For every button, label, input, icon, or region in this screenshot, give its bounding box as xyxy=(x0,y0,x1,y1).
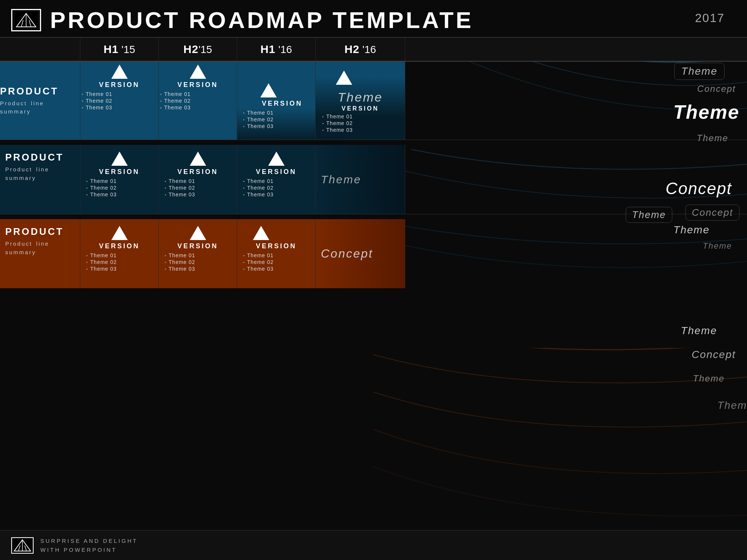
version-3-triangle xyxy=(260,83,277,97)
header-h2-15: H2'15 xyxy=(159,38,237,61)
product-1-v2: VERSION Theme 01 Theme 02 Theme 03 xyxy=(159,62,237,140)
row1-version-4-label: VERSION xyxy=(321,105,400,112)
right-theme-2: Theme xyxy=(673,224,710,236)
version-1-themes: Theme 01 Theme 02 Theme 03 xyxy=(80,91,112,111)
theme-item: Theme 01 xyxy=(243,178,274,184)
theme-item: Theme 03 xyxy=(82,105,112,111)
h1-16-bold: H1 xyxy=(260,43,275,55)
version-3-1-label: VERSION xyxy=(99,242,140,250)
right-theme-large-1: Theme xyxy=(673,101,740,123)
right-theme-3b: Theme xyxy=(693,373,725,384)
product-2-v1-cell: VERSION Theme 01 Theme 02 Theme 03 xyxy=(80,145,159,214)
theme-item: Theme 01 xyxy=(82,91,112,97)
footer-text: SURPRISE AND DELIGHT WITH POWERPOINT xyxy=(40,536,138,554)
header-empty xyxy=(0,38,80,61)
logo-box xyxy=(11,9,41,31)
version-2-label: VERSION xyxy=(177,81,218,89)
theme-item: Theme 03 xyxy=(165,266,195,272)
version-3-2-themes: Theme 01 Theme 02 Theme 03 xyxy=(163,252,195,273)
version-3-3-themes: Theme 01 Theme 02 Theme 03 xyxy=(242,252,274,273)
product-3-label-cell: PRODUCT Product line summary xyxy=(0,219,80,288)
spacer-1 xyxy=(0,140,747,145)
product-3-name: PRODUCT xyxy=(5,226,75,237)
right-theme-mid-2: Theme xyxy=(626,207,672,223)
logo-icon xyxy=(15,12,37,28)
theme-item: Theme 03 xyxy=(243,123,274,129)
right-concept-1: Concept xyxy=(697,84,736,94)
version-3-2-label: VERSION xyxy=(177,242,218,250)
footer: SURPRISE AND DELIGHT WITH POWERPOINT xyxy=(0,530,747,560)
theme-item: Theme 03 xyxy=(160,105,191,111)
main-content: H1 '15 H2'15 H1 '16 H2 '16 PRODUCT Produ… xyxy=(0,37,747,348)
product-3-v2-cell: VERSION Theme 01 Theme 02 Theme 03 xyxy=(159,219,237,288)
version-3-label: VERSION xyxy=(262,100,303,108)
product-3-summary: Product line summary xyxy=(5,240,75,256)
h2-16-triangle xyxy=(336,71,352,85)
header-h1-15: H1 '15 xyxy=(80,38,159,61)
product-2-label: PRODUCT Product line summary xyxy=(0,145,80,189)
theme-item: Theme 02 xyxy=(322,120,400,126)
version-3-1-themes: Theme 01 Theme 02 Theme 03 xyxy=(85,252,117,273)
product-3-v1-cell: VERSION Theme 01 Theme 02 Theme 03 xyxy=(80,219,159,288)
product-1-name: PRODUCT xyxy=(0,85,80,97)
version-3-3-label: VERSION xyxy=(256,242,297,250)
product-2-v2: VERSION Theme 01 Theme 02 Theme 03 xyxy=(159,145,237,203)
product-1-v1: VERSION Theme 01 Theme 02 Theme 03 xyxy=(80,62,159,140)
product-1-v3: VERSION Theme 01 Theme 02 Theme 03 xyxy=(237,62,315,130)
version-2-triangle xyxy=(190,65,206,79)
version-3-2-triangle xyxy=(190,226,206,240)
year-label: 2017 xyxy=(695,11,725,25)
product-3-v3-cell: VERSION Theme 01 Theme 02 Theme 03 xyxy=(237,219,316,288)
right-theme-small-1: Theme xyxy=(697,133,728,143)
h2-15-bold: H2 xyxy=(183,43,198,55)
theme-item: Theme 01 xyxy=(243,110,274,116)
h2-16-theme-text: Theme xyxy=(321,87,400,105)
product-3-v2: VERSION Theme 01 Theme 02 Theme 03 xyxy=(159,219,237,278)
version-2-1-themes: Theme 01 Theme 02 Theme 03 xyxy=(85,178,117,198)
theme-item: Theme 01 xyxy=(86,252,117,258)
right-concept-small-2: Concept xyxy=(685,205,740,221)
right-them-3c: Them xyxy=(717,399,747,411)
product-2-v1: VERSION Theme 01 Theme 02 Theme 03 xyxy=(80,145,158,203)
theme-item: Theme 03 xyxy=(243,192,274,197)
version-2-themes: Theme 01 Theme 02 Theme 03 xyxy=(159,91,191,111)
product-3-v3: VERSION Theme 01 Theme 02 Theme 03 xyxy=(237,219,315,278)
theme-item: Theme 02 xyxy=(86,259,117,265)
row1-v4-themes: Theme 01 Theme 02 Theme 03 xyxy=(321,113,400,133)
product-1-h2-16: Theme VERSION Theme 01 Theme 02 Theme 03 xyxy=(316,62,405,140)
footer-logo xyxy=(11,537,34,554)
h1-15-light: '15 xyxy=(119,44,135,55)
version-2-3-label: VERSION xyxy=(256,168,297,176)
h2-16-light: '16 xyxy=(360,44,376,55)
theme-item: Theme 02 xyxy=(165,185,195,191)
right-concept-large-2: Concept xyxy=(666,179,732,198)
h1-16-light: '16 xyxy=(276,44,292,55)
header: PRODUCT ROADMAP TEMPLATE 2017 xyxy=(0,0,747,37)
product-1-label: PRODUCT Product line summary xyxy=(0,62,80,140)
product-2-v2-cell: VERSION Theme 01 Theme 02 Theme 03 xyxy=(159,145,237,214)
right-theme-1: Theme xyxy=(674,63,725,80)
product-1-v3-cell: VERSION Theme 01 Theme 02 Theme 03 xyxy=(237,62,316,140)
product-3-v1: VERSION Theme 01 Theme 02 Theme 03 xyxy=(80,219,158,278)
product-2-h2-theme: Theme xyxy=(321,173,361,186)
theme-item: Theme 03 xyxy=(322,127,400,133)
product-2-label-cell: PRODUCT Product line summary xyxy=(0,145,80,214)
page-title: PRODUCT ROADMAP TEMPLATE xyxy=(50,7,474,33)
product-1-summary: Product line summary xyxy=(0,99,80,116)
product-2-name: PRODUCT xyxy=(5,152,75,163)
theme-item: Theme 02 xyxy=(243,116,274,122)
version-3-themes: Theme 01 Theme 02 Theme 03 xyxy=(242,110,274,130)
theme-item: Theme 02 xyxy=(86,185,117,191)
theme-item: Theme 01 xyxy=(322,113,400,119)
theme-item: Theme 01 xyxy=(243,252,274,258)
version-2-2-triangle xyxy=(190,152,206,166)
theme-item: Theme 03 xyxy=(165,192,195,197)
version-2-3-triangle xyxy=(268,152,285,166)
bottom-space xyxy=(0,288,747,348)
version-2-1-triangle xyxy=(111,152,128,166)
product-2-v3-cell: VERSION Theme 01 Theme 02 Theme 03 xyxy=(237,145,316,214)
version-2-1-label: VERSION xyxy=(99,168,140,176)
product-row-1: PRODUCT Product line summary VERSION The… xyxy=(0,62,747,140)
header-h1-16: H1 '16 xyxy=(237,38,316,61)
version-2-2-themes: Theme 01 Theme 02 Theme 03 xyxy=(163,178,195,198)
